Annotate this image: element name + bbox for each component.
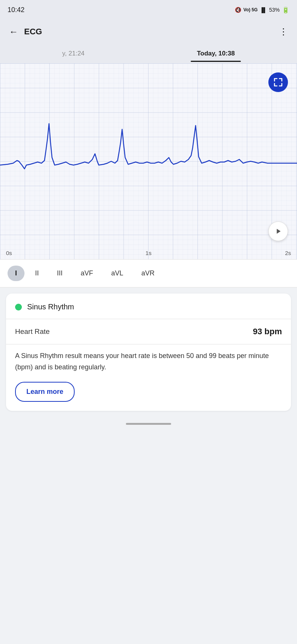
lead-button-I[interactable]: I <box>8 266 24 281</box>
lead-button-III[interactable]: III <box>49 266 70 281</box>
lead-button-aVF[interactable]: aVF <box>73 266 101 281</box>
battery-percent: 53% <box>269 7 280 13</box>
heart-rate-label: Heart Rate <box>15 327 50 336</box>
status-right: 🔇 Vo) 5G ▐▌ 53% 🔋 <box>235 6 289 14</box>
rhythm-status-dot <box>15 304 22 310</box>
lead-selector: I II III aVF aVL aVR <box>0 260 297 287</box>
ecg-chart-area: 0s 1s 2s <box>0 63 297 260</box>
time-label-0s: 0s <box>6 250 12 256</box>
lead-button-II[interactable]: II <box>28 266 46 281</box>
signal-icon: ▐▌ <box>260 7 267 13</box>
app-bar: ← ECG ⋮ <box>0 20 297 44</box>
play-button[interactable] <box>268 221 288 241</box>
mute-icon: 🔇 <box>235 7 241 13</box>
heart-rate-value: 93 bpm <box>253 327 282 337</box>
time-axis: 0s 1s 2s <box>0 250 297 256</box>
lead-button-aVR[interactable]: aVR <box>134 266 162 281</box>
learn-more-button[interactable]: Learn more <box>15 382 75 402</box>
tab-current[interactable]: Today, 10:38 <box>191 47 240 60</box>
tab-bar: y, 21:24 Today, 10:38 <box>0 44 297 63</box>
page-title: ECG <box>24 27 276 37</box>
rhythm-row: Sinus Rhythm <box>15 303 282 311</box>
bottom-indicator <box>0 417 297 431</box>
expand-button[interactable] <box>268 72 288 92</box>
more-options-button[interactable]: ⋮ <box>276 23 291 40</box>
status-bar: 10:42 🔇 Vo) 5G ▐▌ 53% 🔋 <box>0 0 297 20</box>
rhythm-label: Sinus Rhythm <box>27 303 74 311</box>
result-card: Sinus Rhythm Heart Rate 93 bpm A Sinus R… <box>6 294 291 411</box>
time-label-2s: 2s <box>285 250 291 256</box>
battery-icon: 🔋 <box>282 6 289 14</box>
description-text: A Sinus Rhythm result means your heart r… <box>15 350 282 373</box>
divider-2 <box>6 344 291 344</box>
tab-previous[interactable]: y, 21:24 <box>56 47 90 60</box>
home-indicator <box>126 423 171 425</box>
status-time: 10:42 <box>8 6 24 14</box>
network-label: Vo) 5G <box>243 7 258 12</box>
lead-button-aVL[interactable]: aVL <box>104 266 131 281</box>
time-label-1s: 1s <box>145 250 152 256</box>
back-button[interactable]: ← <box>6 23 21 40</box>
heart-rate-row: Heart Rate 93 bpm <box>15 319 282 344</box>
